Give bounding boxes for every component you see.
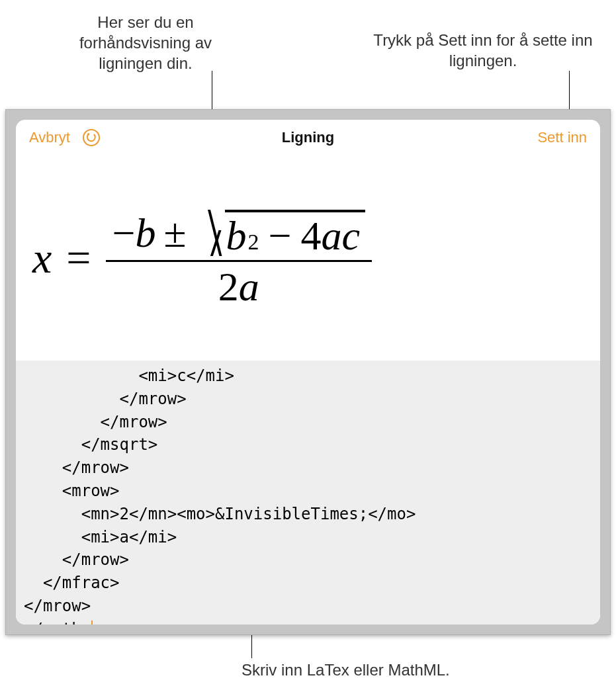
cancel-button[interactable]: Avbryt	[29, 129, 70, 146]
dialog-frame: Avbryt Ligning Sett inn x = −b	[5, 109, 611, 635]
svg-point-0	[83, 130, 99, 146]
callout-insert: Trykk på Sett inn for å sette inn lignin…	[367, 30, 599, 71]
equation-source-input[interactable]: <mi>c</mi> </mrow> </mrow> </msqrt> </mr…	[16, 361, 600, 625]
equation-preview: x = −b ± b2 − 4ac	[16, 155, 600, 361]
callout-preview: Her ser du en forhåndsvisning av ligning…	[56, 12, 235, 74]
insert-button[interactable]: Sett inn	[537, 129, 587, 146]
equation-dialog: Avbryt Ligning Sett inn x = −b	[16, 120, 600, 625]
dialog-title: Ligning	[16, 129, 600, 146]
callout-line	[569, 71, 570, 110]
toolbar: Avbryt Ligning Sett inn	[16, 120, 600, 155]
callout-input: Skriv inn LaTex eller MathML.	[242, 660, 506, 680]
undo-icon[interactable]	[82, 128, 101, 147]
